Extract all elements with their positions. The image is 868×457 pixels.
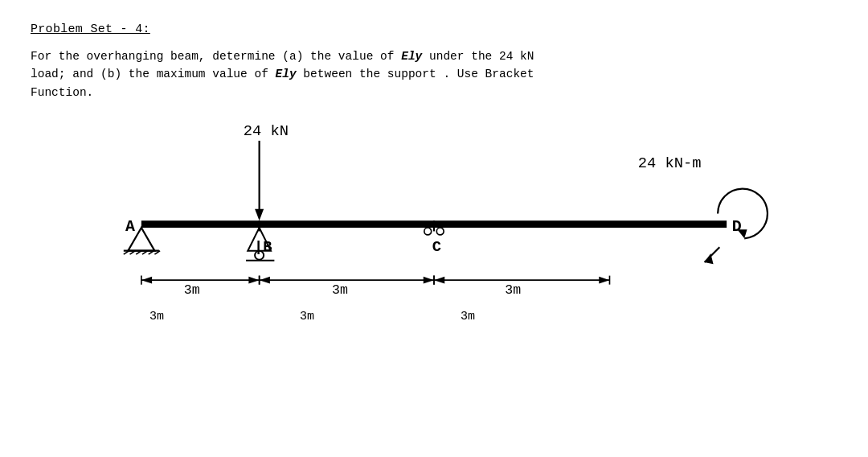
span-bc-label: 3m bbox=[332, 282, 348, 298]
dim-bc-arrow-right bbox=[424, 277, 434, 284]
roller-c-left bbox=[424, 228, 432, 235]
beam-diagram: 24 kN 24 kN-m A |B bbox=[31, 116, 837, 373]
span-ab-label: 3m bbox=[184, 282, 200, 298]
text-line3: Function. bbox=[31, 86, 93, 99]
span-cd-label: 3m bbox=[505, 282, 521, 298]
dim-ab-arrow-right bbox=[248, 277, 259, 284]
load-arrowhead bbox=[255, 209, 264, 220]
span-bc-text: 3m bbox=[300, 310, 314, 323]
dim-bc-arrow-left bbox=[260, 277, 270, 284]
point-d-label: D bbox=[732, 218, 742, 237]
point-c-label: C bbox=[432, 238, 441, 256]
problem-title: Problem Set - 4: bbox=[31, 23, 837, 36]
span-ab-text: 3m bbox=[149, 310, 164, 323]
dim-cd-arrow-right bbox=[599, 277, 609, 284]
roller-c-right bbox=[436, 228, 444, 235]
dim-cd-arrow-left bbox=[434, 277, 444, 284]
text-line2: load; and (b) the maximum value of Ely b… bbox=[31, 68, 534, 80]
load-label: 24 kN bbox=[244, 123, 289, 141]
diagram-svg: 24 kN 24 kN-m A |B bbox=[31, 116, 837, 373]
problem-description: For the overhanging beam, determine (a) … bbox=[31, 47, 837, 101]
point-a-label: A bbox=[125, 218, 135, 237]
text-line1: For the overhanging beam, determine (a) … bbox=[31, 50, 534, 63]
moment-label: 24 kN-m bbox=[638, 154, 702, 172]
dim-ab-arrow-left bbox=[141, 277, 152, 284]
span-cd-text: 3m bbox=[461, 310, 475, 323]
